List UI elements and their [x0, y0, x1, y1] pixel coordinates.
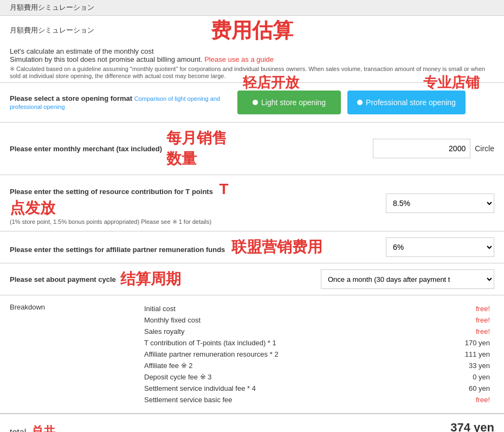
desc-line2-prefix: Simulation by this tool does not promise… — [10, 55, 204, 63]
payment-zh-label: 结算周期 — [120, 269, 181, 289]
breakdown-item-value: free! — [388, 394, 494, 405]
radio-dot-light — [253, 100, 258, 105]
merchant-label: Please enter monthly merchant (tax inclu… — [10, 145, 162, 153]
tpoints-label: Please enter the setting of resource con… — [10, 188, 229, 215]
total-right: 374 yen ( 390 yen including tax ) — [425, 421, 494, 432]
breakdown-table: Initial costfree!Monthly fixed costfree!… — [140, 303, 494, 405]
header-nav: 月額費用シミュレーション — [0, 0, 504, 16]
affiliate-select[interactable]: 0% 1% 2% 3% 4% 5% 6% 7% 8% — [386, 237, 494, 257]
breakdown-row: Affiliate partner remuneration resources… — [140, 349, 494, 360]
breakdown-item-name: Initial cost — [140, 303, 388, 314]
radio-dot-professional — [357, 100, 363, 105]
payment-label-col: Please set about payment cycle 结算周期 — [10, 269, 237, 289]
breakdown-item-value: free! — [388, 303, 494, 314]
store-format-section: Please select a store opening format Com… — [0, 82, 504, 122]
tpoints-section: Please enter the setting of resource con… — [0, 175, 504, 231]
merchant-label-col: Please enter monthly merchant (tax inclu… — [10, 128, 237, 169]
breakdown-row: Deposit cycle fee ※ 30 yen — [140, 371, 494, 383]
nav-text: 月額費用シミュレーション — [10, 3, 94, 11]
breakdown-row: Affiliate fee ※ 233 yen — [140, 360, 494, 371]
breakdown-row: Initial costfree! — [140, 303, 494, 314]
breakdown-item-value: 170 yen — [388, 337, 494, 349]
desc-note: ※ Calculated based on a guideline assumi… — [10, 66, 494, 79]
btn-professional-store[interactable]: Professional store opening — [347, 91, 466, 114]
breakdown-item-name: Deposit cycle fee ※ 3 — [140, 371, 388, 383]
breakdown-item-value: free! — [388, 326, 494, 337]
breakdown-row: T contribution of T-points (tax included… — [140, 337, 494, 349]
tpoints-input-col: 8.5% 9.0% 9.5% 10.0% — [243, 194, 494, 213]
breakdown-item-value: free! — [388, 314, 494, 326]
payment-label: Please set about payment cycle — [10, 275, 116, 283]
affiliate-input-col: 0% 1% 2% 3% 4% 5% 6% 7% 8% — [243, 237, 494, 257]
affiliate-section: Please enter the settings for affiliate … — [0, 231, 504, 263]
merchant-input-col: 2000 Circle — [243, 139, 494, 158]
payment-section: Please set about payment cycle 结算周期 Once… — [0, 263, 504, 295]
total-zh-label: 总共 — [31, 424, 55, 432]
merchant-input[interactable]: 2000 — [373, 139, 470, 158]
breakdown-section: Breakdown Initial costfree!Monthly fixed… — [0, 295, 504, 413]
title-row: 月額費用シミュレーション 费用估算 — [0, 16, 504, 43]
total-amount: 374 yen — [425, 421, 494, 432]
tpoints-select[interactable]: 8.5% 9.0% 9.5% 10.0% — [386, 194, 494, 213]
btn-light-label: Light store opening — [261, 98, 326, 107]
breakdown-item-name: Sales royalty — [140, 326, 388, 337]
description-area: Let's calculate an estimate of the month… — [0, 43, 504, 82]
total-left: total 总共 — [10, 423, 55, 432]
store-format-label: Please select a store opening format — [10, 94, 132, 102]
desc-line1: Let's calculate an estimate of the month… — [10, 47, 494, 55]
btn-light-store[interactable]: Light store opening — [237, 91, 341, 114]
tpoints-zh-label: T点发放 — [10, 180, 229, 216]
breakdown-row: Settlement service basic feefree! — [140, 394, 494, 405]
store-format-left: Please select a store opening format Com… — [10, 94, 237, 111]
circle-unit-label: Circle — [475, 144, 494, 153]
breakdown-item-value: 0 yen — [388, 371, 494, 383]
tpoints-sub-label: (1% store point, 1.5% bonus points appro… — [10, 218, 237, 225]
tpoints-label-col: Please enter the setting of resource con… — [10, 180, 237, 225]
monthly-merchant-section: Please enter monthly merchant (tax inclu… — [0, 122, 504, 175]
breakdown-label: Breakdown — [10, 303, 140, 405]
breakdown-item-name: Affiliate fee ※ 2 — [140, 360, 388, 371]
breakdown-row: Monthly fixed costfree! — [140, 314, 494, 326]
payment-input-col: Once a month (30 days after payment t — [243, 269, 494, 289]
store-format-buttons: Light store opening 轻店开放 Professional st… — [237, 91, 494, 114]
guide-link[interactable]: Please use as a guide — [204, 55, 274, 63]
total-label: total — [10, 428, 26, 432]
merchant-zh-label: 每月销售数量 — [166, 128, 237, 169]
payment-select[interactable]: Once a month (30 days after payment t — [321, 269, 494, 289]
breakdown-row: Settlement service individual fee * 460 … — [140, 383, 494, 394]
title-ja: 月額費用シミュレーション — [10, 25, 94, 35]
title-zh: 费用估算 — [211, 17, 293, 44]
breakdown-item-value: 60 yen — [388, 383, 494, 394]
breakdown-item-name: Monthly fixed cost — [140, 314, 388, 326]
breakdown-item-name: Affiliate partner remuneration resources… — [140, 349, 388, 360]
desc-line2: Simulation by this tool does not promise… — [10, 55, 494, 63]
breakdown-item-value: 33 yen — [388, 360, 494, 371]
breakdown-item-name: T contribution of T-points (tax included… — [140, 337, 388, 349]
breakdown-row: Sales royaltyfree! — [140, 326, 494, 337]
affiliate-label-col: Please enter the settings for affiliate … — [10, 237, 237, 257]
breakdown-item-value: 111 yen — [388, 349, 494, 360]
breakdown-item-name: Settlement service individual fee * 4 — [140, 383, 388, 394]
total-section: total 总共 374 yen ( 390 yen including tax… — [0, 413, 504, 432]
breakdown-item-name: Settlement service basic fee — [140, 394, 388, 405]
btn-professional-label: Professional store opening — [366, 98, 456, 107]
